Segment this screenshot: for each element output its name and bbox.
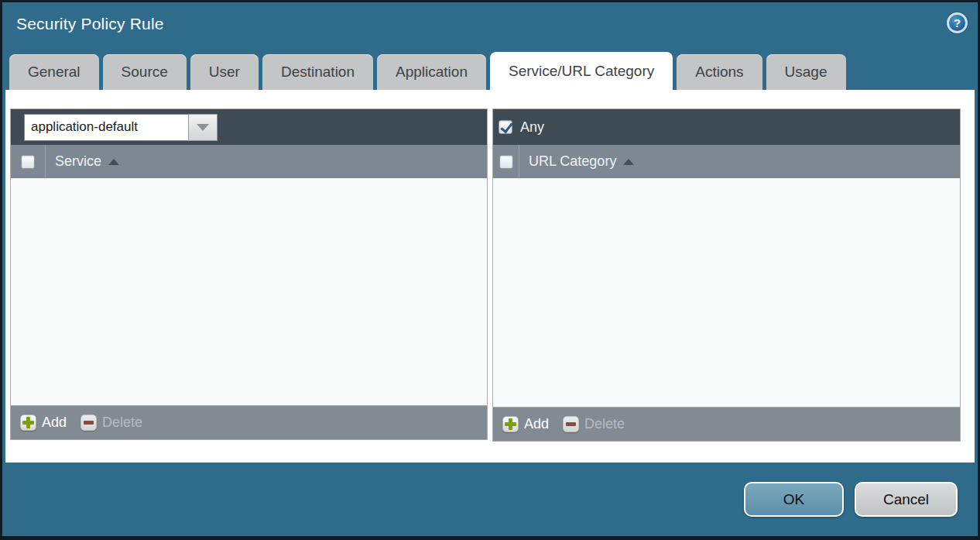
- help-icon[interactable]: [947, 12, 968, 33]
- service-select-all-cell: [11, 145, 46, 178]
- security-policy-rule-dialog: Security Policy Rule General Source User…: [0, 0, 980, 540]
- service-panel-header: [11, 109, 487, 145]
- service-dropdown-button[interactable]: [188, 114, 218, 141]
- page-title: Security Policy Rule: [16, 15, 164, 33]
- tab-user[interactable]: User: [190, 54, 259, 90]
- service-panel-footer: Add Delete: [11, 405, 487, 439]
- service-panel: Service Add Delete: [10, 108, 488, 440]
- url-category-add-button[interactable]: Add: [502, 416, 549, 432]
- add-plus-icon: [20, 414, 36, 431]
- url-category-column-label: URL Category: [529, 153, 616, 170]
- tab-content-service-url-category: Service Add Delete Any: [5, 90, 975, 463]
- url-category-panel: Any URL Category Add Delete: [492, 108, 961, 442]
- delete-minus-icon: [81, 414, 97, 431]
- url-category-list-empty[interactable]: [493, 178, 960, 407]
- service-list-empty[interactable]: [11, 178, 487, 405]
- service-type-dropdown: [24, 114, 218, 141]
- chevron-down-icon: [197, 124, 209, 131]
- tab-service-url-category[interactable]: Service/URL Category: [490, 52, 673, 90]
- service-delete-button[interactable]: Delete: [81, 414, 142, 431]
- url-category-panel-header: Any: [493, 109, 960, 145]
- tab-usage[interactable]: Usage: [766, 54, 846, 90]
- url-category-select-all-checkbox[interactable]: [499, 155, 513, 169]
- title-bar: Security Policy Rule: [2, 2, 978, 52]
- any-checkbox[interactable]: [499, 120, 512, 134]
- tab-source[interactable]: Source: [103, 54, 187, 90]
- tab-bar: General Source User Destination Applicat…: [2, 52, 978, 90]
- cancel-button[interactable]: Cancel: [855, 482, 958, 517]
- delete-minus-icon: [563, 416, 579, 432]
- sort-ascending-icon[interactable]: [623, 159, 634, 165]
- service-dropdown-input[interactable]: [24, 114, 188, 141]
- url-category-select-all-cell: [493, 145, 519, 178]
- service-add-button[interactable]: Add: [20, 414, 67, 431]
- sort-ascending-icon[interactable]: [108, 159, 119, 165]
- url-category-table-header: URL Category: [493, 145, 960, 178]
- service-column-label: Service: [55, 153, 101, 170]
- dialog-action-bar: OK Cancel: [2, 463, 978, 536]
- tab-destination[interactable]: Destination: [262, 54, 373, 90]
- tab-application[interactable]: Application: [377, 54, 486, 90]
- url-category-delete-button[interactable]: Delete: [563, 416, 625, 432]
- add-plus-icon: [502, 416, 519, 432]
- tab-general[interactable]: General: [9, 54, 99, 90]
- tab-actions[interactable]: Actions: [677, 54, 762, 90]
- url-category-panel-footer: Add Delete: [493, 407, 960, 441]
- any-label: Any: [520, 119, 544, 136]
- ok-button[interactable]: OK: [744, 482, 844, 517]
- service-select-all-checkbox[interactable]: [21, 155, 35, 169]
- service-table-header: Service: [11, 145, 487, 178]
